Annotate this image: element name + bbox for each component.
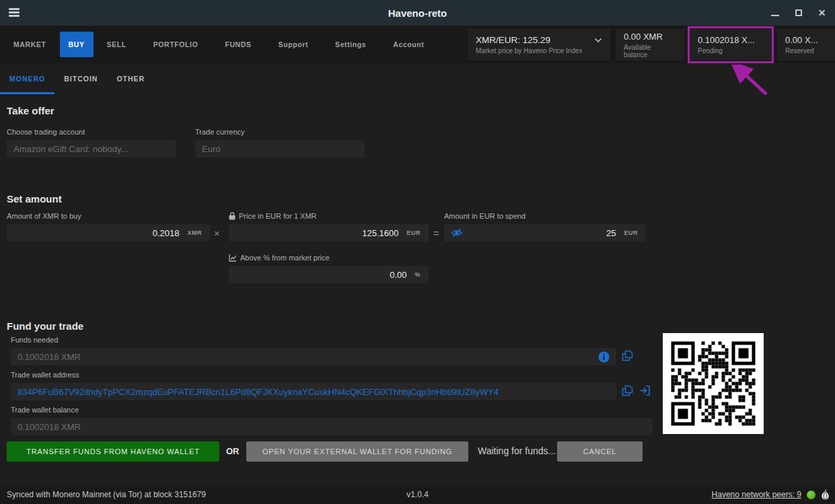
amount-label: Amount of XMR to buy: [7, 212, 210, 220]
lock-icon: [229, 212, 235, 220]
window-controls: ✕: [770, 0, 827, 26]
trade-currency-label: Trade currency: [195, 128, 365, 136]
wallet-address-label: Trade wallet address: [11, 371, 616, 379]
amount-input[interactable]: 0.2018 XMR: [7, 224, 210, 242]
nav-item-account[interactable]: Account: [379, 26, 437, 63]
available-balance: 0.00 XMR Available balance: [616, 29, 684, 61]
titlebar: Haveno-reto ✕: [0, 0, 835, 26]
minimize-button[interactable]: [770, 7, 780, 18]
info-icon[interactable]: [598, 351, 610, 363]
pending-balance: 0.1002018 X... Pending: [690, 29, 772, 61]
deviation-label: Above % from market price: [229, 254, 429, 262]
price-input[interactable]: 125.1600 EUR: [229, 224, 429, 242]
market-price-subtitle: Market price by Haveno Price Index: [476, 47, 602, 55]
take-offer-heading: Take offer: [7, 105, 55, 116]
balance-bar: XMR/EUR: 125.29 Market price by Haveno P…: [468, 29, 835, 61]
available-balance-label: Available balance: [624, 44, 676, 59]
pending-balance-value: 0.1002018 X...: [698, 35, 764, 45]
deviation-input[interactable]: 0.00 %: [229, 266, 429, 283]
or-label: OR: [226, 446, 240, 456]
nav-item-portfolio[interactable]: PORTFOLIO: [140, 26, 212, 63]
spend-label: Amount in EUR to spend: [444, 212, 646, 220]
multiply-operator: ×: [214, 227, 220, 239]
chevron-down-icon[interactable]: [594, 38, 602, 43]
set-amount-heading: Set amount: [7, 193, 62, 205]
open-wallet-icon[interactable]: [639, 385, 651, 399]
copy-funds-icon[interactable]: [622, 350, 633, 364]
funds-needed-input: 0.1002018 XMR: [11, 348, 616, 365]
connection-status-icon: [807, 491, 815, 499]
nav-item-market[interactable]: MARKET: [0, 26, 60, 63]
qr-code: [663, 333, 764, 434]
currency-tabs: MONERO BITCOIN OTHER: [0, 63, 835, 94]
wallet-balance-input: 0.1002018 XMR: [11, 418, 653, 435]
chart-icon: [229, 254, 237, 262]
spend-suffix: EUR: [624, 229, 638, 236]
trading-account-field: Choose trading account Amazon eGift Card…: [7, 128, 176, 157]
amount-field: Amount of XMR to buy 0.2018 XMR: [7, 212, 210, 242]
funds-needed-field: Funds needed 0.1002018 XMR: [11, 336, 616, 365]
deviation-suffix: %: [414, 271, 421, 278]
price-label: Price in EUR for 1 XMR: [229, 212, 429, 220]
equals-operator: =: [433, 227, 439, 239]
deviation-field: Above % from market price 0.00 %: [229, 254, 429, 283]
copy-address-icon[interactable]: [622, 385, 633, 399]
nav-item-funds[interactable]: FUNDS: [211, 26, 264, 63]
version-label: v1.0.4: [406, 490, 429, 499]
price-suffix: EUR: [406, 229, 421, 236]
pending-balance-label: Pending: [698, 47, 764, 55]
hamburger-menu-icon[interactable]: [9, 8, 20, 17]
tab-monero[interactable]: MONERO: [0, 63, 55, 94]
tab-other[interactable]: OTHER: [107, 63, 154, 94]
tor-onion-icon: [821, 489, 830, 500]
tab-bitcoin[interactable]: BITCOIN: [55, 63, 107, 94]
wallet-address-field: Trade wallet address 834P6FuB67V92ithdyT…: [11, 371, 616, 400]
trade-currency-input: Euro: [195, 140, 365, 157]
market-price-pair: XMR/EUR: 125.29: [476, 35, 550, 45]
peers-status: Haveno network peers: 9: [712, 489, 830, 500]
funds-needed-label: Funds needed: [11, 336, 616, 344]
statusbar: Synced with Monero Mainnet (via Tor) at …: [0, 485, 835, 504]
cancel-button[interactable]: CANCEL: [557, 441, 643, 462]
app-title: Haveno-reto: [388, 7, 447, 19]
spend-field: Amount in EUR to spend 25 EUR: [444, 212, 646, 242]
nav-item-buy[interactable]: BUY: [60, 32, 94, 57]
reserved-balance-value: 0.00 X...: [785, 35, 827, 45]
fund-trade-heading: Fund your trade: [7, 320, 83, 332]
eye-slash-icon[interactable]: [451, 228, 463, 238]
reserved-balance-label: Reserved: [785, 47, 827, 55]
trading-account-input: Amazon eGift Card: nobody...: [7, 140, 176, 157]
sync-status: Synced with Monero Mainnet (via Tor) at …: [7, 490, 206, 499]
nav-item-settings[interactable]: Settings: [322, 26, 379, 63]
nav-item-sell[interactable]: SELL: [94, 26, 140, 63]
wallet-balance-field: Trade wallet balance 0.1002018 XMR: [11, 406, 653, 435]
reserved-balance: 0.00 X... Reserved: [777, 29, 835, 61]
amount-suffix: XMR: [188, 229, 203, 236]
transfer-funds-button[interactable]: TRANSFER FUNDS FROM HAVENO WALLET: [7, 441, 219, 462]
wallet-address-input[interactable]: 834P6FuB67V92ithdyTpPCX2mzqdEuPFATEJRBcn…: [11, 383, 616, 400]
market-price-selector[interactable]: XMR/EUR: 125.29 Market price by Haveno P…: [468, 29, 610, 61]
close-button[interactable]: ✕: [817, 7, 827, 18]
waiting-status: Waiting for funds...: [478, 445, 556, 456]
wallet-balance-label: Trade wallet balance: [11, 406, 653, 414]
price-field: Price in EUR for 1 XMR 125.1600 EUR: [229, 212, 429, 242]
available-balance-value: 0.00 XMR: [624, 32, 676, 42]
nav-item-support[interactable]: Support: [265, 26, 322, 63]
trading-account-label: Choose trading account: [7, 128, 176, 136]
main-navbar: MARKET BUY SELL PORTFOLIO FUNDS Support …: [0, 26, 835, 63]
trade-currency-field: Trade currency Euro: [195, 128, 365, 157]
external-wallet-button[interactable]: OPEN YOUR EXTERNAL WALLET FOR FUNDING: [246, 441, 468, 462]
spend-input[interactable]: 25 EUR: [444, 224, 646, 242]
wallet-address-value[interactable]: 834P6FuB67V92ithdyTpPCX2mzqdEuPFATEJRBcn…: [17, 387, 499, 397]
maximize-button[interactable]: [793, 7, 803, 18]
peers-link[interactable]: Haveno network peers: 9: [712, 490, 801, 499]
